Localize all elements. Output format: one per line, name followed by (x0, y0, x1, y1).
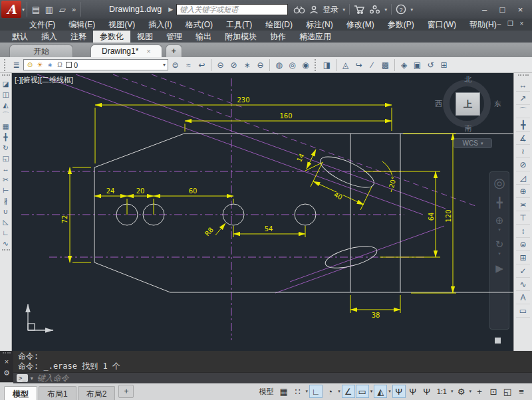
menu-item-0[interactable]: 文件(F) (23, 19, 62, 31)
dim-arc-length-icon[interactable]: ⌒ (516, 105, 530, 118)
showmotion-icon[interactable]: ▶ (495, 262, 503, 274)
layer-thaw-sun-icon[interactable]: ☀ (36, 60, 44, 70)
layer-isolate-icon[interactable]: ⊝ (214, 58, 227, 71)
ribbon-tab-output[interactable]: 输出 (189, 31, 218, 43)
osnap-icon-dropdown[interactable]: ▾ (388, 389, 391, 394)
dim-break-icon[interactable]: ⊜ (516, 238, 530, 251)
commandline-customize-icon[interactable]: ⚙ (1, 368, 12, 377)
zoom-icon-dropdown[interactable]: ▾ (498, 227, 501, 233)
workspace-gear-icon-dropdown[interactable]: ▾ (469, 389, 471, 394)
layer-properties-icon[interactable]: ≣ (10, 58, 23, 71)
ortho-icon[interactable]: ∟ (309, 385, 323, 398)
menu-item-7[interactable]: 标注(N) (299, 19, 340, 31)
viewcube-south-label[interactable]: 南 (465, 124, 472, 134)
constraint-bar-icon[interactable]: ∕ (366, 58, 378, 71)
annotation-scale[interactable]: 1:1 (434, 385, 450, 398)
qat-more-icon[interactable]: » (70, 3, 78, 15)
extend-icon[interactable]: ⊢ (1, 185, 11, 195)
scale-icon[interactable]: ◱ (1, 153, 11, 163)
menu-item-9[interactable]: 参数(P) (381, 19, 421, 31)
constraint-verify-icon[interactable]: ✓ (516, 264, 530, 278)
grid-icon[interactable]: ▦ (277, 385, 291, 398)
help-dropdown-icon[interactable]: ▾ (410, 7, 413, 13)
command-line-grip[interactable] (3, 352, 11, 355)
spline-icon[interactable]: ∿ (516, 278, 530, 291)
layer-state-unlock-icon[interactable]: ◉ (299, 58, 312, 71)
viewcube-west-label[interactable]: 西 (435, 99, 442, 109)
offset-icon[interactable]: ⌒ (1, 110, 11, 121)
layer-unisolate-icon[interactable]: ⊘ (227, 58, 240, 71)
layer-dropdown-chevron-icon[interactable]: ▾ (163, 62, 166, 68)
command-history[interactable]: 命令: 命令: _.erase 找到 1 个 (13, 351, 532, 372)
toolbar-grip[interactable] (2, 74, 10, 77)
annotation-scale-dropdown[interactable]: ▾ (451, 389, 454, 394)
dim-angular-icon[interactable]: ∡ (516, 132, 530, 145)
delete-constraint-icon[interactable]: ↺ (424, 58, 437, 71)
menu-item-4[interactable]: 格式(O) (179, 19, 219, 31)
app-logo[interactable]: A (1, 1, 21, 18)
dim-diameter-icon[interactable]: ⊘ (516, 158, 530, 171)
new-drawing-tab-button[interactable]: + (166, 45, 182, 57)
menu-item-6[interactable]: 绘图(D) (259, 19, 299, 31)
dim-radius-icon[interactable]: ◿ (516, 171, 530, 185)
polar-tracking-icon[interactable]: ◔ (323, 385, 336, 398)
layer-on-bulb-icon[interactable]: ⊙ (26, 60, 34, 70)
layer-off-icon[interactable]: ⊖ (254, 58, 267, 71)
viewport-controls-label[interactable]: [-][俯视][二维线框] (15, 76, 73, 84)
layer-freeze-icon[interactable]: ∗ (241, 58, 253, 71)
search-expand-icon[interactable]: ▶ (168, 6, 173, 13)
selection-cycling-icon[interactable]: ⊡ (487, 385, 500, 398)
doc-minimize-button[interactable]: – (494, 20, 504, 27)
copy-icon[interactable]: ◫ (1, 89, 11, 100)
wcs-selector[interactable]: WCS ▾ (454, 138, 492, 148)
parameters-manager-icon[interactable]: ⊞ (438, 58, 450, 71)
ribbon-tab-annotate[interactable]: 注释 (64, 31, 93, 43)
annotation-monitor-icon[interactable]: Ψ (420, 385, 434, 398)
toolbar-grip[interactable] (315, 59, 318, 71)
viewport-grip[interactable] (495, 338, 501, 344)
ribbon-tab-collaborate[interactable]: 协作 (263, 31, 293, 43)
app-menu-dropdown-icon[interactable]: ▾ (22, 7, 25, 13)
layout2-tab[interactable]: 布局2 (78, 386, 116, 400)
array-icon[interactable]: ▦ (1, 121, 11, 132)
orbit-icon[interactable]: ↻ (495, 239, 504, 250)
osnap-icon[interactable]: ◭ (374, 385, 387, 398)
text-icon[interactable]: A (516, 291, 530, 304)
app-store-cart-icon[interactable] (354, 5, 365, 14)
ribbon-tab-manage[interactable]: 管理 (160, 31, 189, 43)
viewcube-north-label[interactable]: 北 (465, 74, 472, 84)
layer-state-on-icon[interactable]: ◍ (273, 58, 285, 71)
dynamic-input-icon[interactable]: ▭ (356, 385, 369, 398)
drawing-canvas[interactable]: 230 160 72 24 20 60 54 R8 14 40 20° 64 1… (12, 73, 513, 351)
sign-in-button[interactable]: 登录 (323, 4, 338, 15)
dynamic-input-icon-dropdown[interactable]: ▾ (370, 389, 373, 394)
layer-match-icon[interactable]: ≈ (182, 58, 195, 71)
menu-item-3[interactable]: 插入(I) (142, 19, 178, 31)
layer-dropdown[interactable]: ⊙☀∗Ω 0 ▾ (23, 59, 168, 70)
menu-item-1[interactable]: 编辑(E) (62, 19, 102, 31)
command-prompt-badge[interactable]: >_ (17, 374, 28, 382)
chamfer-icon[interactable]: ◺ (1, 217, 11, 227)
doc-restore-button[interactable]: ❐ (505, 20, 515, 27)
snap-icon-dropdown[interactable]: ▾ (306, 389, 309, 394)
move-icon[interactable]: ╋ (1, 132, 11, 142)
drawing-tab-close-icon[interactable]: × (146, 47, 150, 55)
apps-dropdown-icon[interactable]: ▾ (384, 7, 387, 13)
help-icon[interactable]: ? (396, 4, 406, 15)
layer-state-thaw-icon[interactable]: ◎ (286, 58, 299, 71)
zoom-icon[interactable]: ⊕ (495, 215, 504, 227)
user-icon[interactable] (309, 5, 319, 14)
erase-icon[interactable]: ◪ (1, 78, 11, 89)
constraint-settings-icon[interactable]: ▩ (379, 58, 392, 71)
workspace-gear-icon[interactable]: ⚙ (454, 385, 467, 398)
search-binoculars-icon[interactable] (293, 5, 305, 14)
menu-item-5[interactable]: 工具(T) (219, 19, 259, 31)
dim-aligned-icon[interactable]: ↗ (516, 92, 530, 105)
layout1-tab[interactable]: 布局1 (39, 386, 76, 400)
ribbon-tab-default[interactable]: 默认 (5, 31, 35, 43)
doc-close-button[interactable]: × (517, 20, 527, 27)
start-tab[interactable]: 开始 (9, 45, 73, 57)
dim-ordinate-icon[interactable]: ╋ (516, 118, 530, 132)
snap-icon[interactable]: ∷ (291, 385, 305, 398)
viewcube[interactable]: 北 南 西 东 上 (440, 76, 496, 132)
